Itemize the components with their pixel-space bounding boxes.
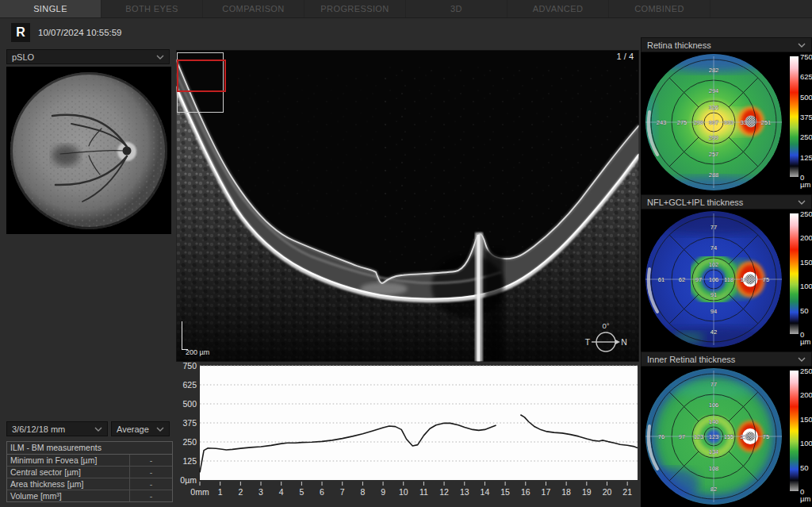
chart-xtick-label: 6 — [320, 487, 324, 497]
chevron-down-icon — [798, 357, 806, 362]
svg-text:0°: 0° — [602, 321, 609, 330]
eye-laterality-badge: R — [11, 23, 30, 42]
scale-tick-label: 200 — [800, 233, 812, 242]
sector-value: 76 — [658, 433, 665, 440]
etdrs-thickness-map[interactable]: 337326333299298294337257275282251288243 — [641, 52, 787, 194]
sector-value: 139 — [741, 276, 751, 283]
chart-ytick-label: 500 — [182, 399, 197, 409]
scale-tick-label: 100 — [800, 282, 812, 290]
chart-xtick-label: 13 — [460, 487, 469, 497]
scale-bar-label: 200 µm — [186, 348, 209, 356]
orientation-compass-icon: 0° T N — [584, 321, 628, 357]
panel-title: Inner Retinal thickness — [647, 355, 735, 364]
scale-tick-label: 375 — [800, 113, 812, 121]
chart-xtick-label: 14 — [481, 487, 490, 497]
sector-value: 337 — [741, 119, 751, 126]
measurement-row-area-thickness-m: Area thickness [µm]- — [7, 478, 172, 490]
sector-value: 337 — [709, 119, 719, 126]
scale-tick-label: 250 — [800, 133, 812, 141]
sector-value: 106 — [709, 276, 719, 283]
chevron-down-icon — [798, 43, 806, 48]
sector-value: 251 — [761, 119, 772, 126]
thickness-map-body: 1231401551341231062121089777758276 25020… — [641, 367, 812, 507]
panel-title: NFL+GCL+IPL thickness — [647, 198, 743, 207]
panel-retina-thickness: Retina thickness — [641, 37, 812, 193]
tab-3d[interactable]: 3D — [406, 0, 508, 17]
fundus-slo-image[interactable] — [6, 67, 171, 234]
sector-value: 106 — [709, 401, 719, 409]
scale-tick-label: 250 — [800, 209, 812, 218]
sector-value: 97 — [679, 433, 685, 440]
sector-value: 333 — [724, 119, 734, 126]
fundus-render — [6, 67, 171, 234]
chart-xtick-label: 20 — [603, 487, 612, 497]
sector-value: 75 — [763, 433, 769, 440]
tab-progression[interactable]: PROGRESSION — [304, 0, 406, 17]
panel-header-retina-thickness[interactable]: Retina thickness — [641, 37, 812, 52]
sector-value: 61 — [658, 276, 665, 283]
view-tab-bar: SINGLEBOTH EYESCOMPARISONPROGRESSION3DAD… — [0, 0, 812, 18]
sector-value: 275 — [677, 119, 688, 126]
chart-xtick-label: 4 — [279, 487, 284, 497]
sector-value: 294 — [709, 87, 719, 94]
sector-value: 94 — [710, 308, 717, 315]
tab-combined[interactable]: COMBINED — [609, 0, 710, 17]
tab-single[interactable]: SINGLE — [0, 0, 102, 17]
sector-value: 75 — [763, 276, 769, 283]
sector-value: 288 — [709, 171, 719, 179]
statistic-dropdown[interactable]: Average — [111, 421, 170, 436]
sector-value: 123 — [694, 433, 704, 440]
sector-value: 97 — [695, 276, 702, 283]
scale-tick-label: 200 — [800, 390, 812, 399]
sector-value: 42 — [710, 328, 717, 336]
scale-unit-label: µm — [800, 337, 810, 346]
chart-xtick-label: 21 — [622, 487, 632, 497]
chart-ytick-label: 250 — [182, 437, 197, 447]
sector-value: 326 — [709, 104, 719, 111]
scan-roi-box[interactable] — [177, 60, 226, 92]
scale-tick-label: 125 — [800, 153, 812, 162]
measurements-table-header: ILM - BM measurements — [7, 442, 172, 455]
tab-comparison[interactable]: COMPARISON — [203, 0, 304, 17]
measurement-value: - — [130, 467, 172, 478]
panel-title: Retina thickness — [647, 40, 711, 50]
chevron-down-icon — [156, 55, 164, 60]
chart-xtick-label: 0mm — [190, 487, 209, 497]
measurement-value: - — [130, 490, 172, 501]
oct-bscan-image[interactable]: 1 / 4 200 µm 0° T N — [176, 50, 639, 362]
chart-xtick-label: 19 — [582, 487, 592, 497]
etdrs-thickness-map[interactable]: 106102118919774139946277754261 — [641, 209, 787, 351]
measurement-label: Central sector [µm] — [7, 467, 130, 478]
measurement-label: Area thickness [µm] — [7, 478, 130, 490]
sector-value: 118 — [724, 276, 733, 283]
chart-ytick-label: 375 — [182, 418, 197, 428]
chart-xtick-label: 16 — [521, 487, 530, 497]
sector-value: 140 — [709, 418, 719, 425]
chart-xtick-label: 11 — [419, 487, 428, 497]
chart-ytick-label: 750 — [182, 363, 197, 371]
etdrs-grid-dropdown[interactable]: 3/6/12/18 mm — [6, 421, 108, 436]
chart-xtick-label: 18 — [561, 487, 571, 497]
panel-header-inner-retinal-thickness[interactable]: Inner Retinal thickness — [641, 351, 812, 367]
color-scale-bar — [790, 56, 799, 177]
chart-xtick-label: 17 — [542, 487, 551, 497]
chevron-down-icon — [798, 200, 806, 205]
thickness-profile-chart: 7506255003752501250µm0mm1234567891011121… — [176, 363, 639, 505]
measurement-label: Volume [mm³] — [7, 490, 130, 501]
etdrs-thickness-map[interactable]: 1231401551341231062121089777758276 — [641, 367, 787, 507]
chart-xtick-label: 8 — [360, 487, 365, 497]
sector-value: 155 — [724, 433, 734, 440]
panel-header-nfl-gcl-ipl-thickness[interactable]: NFL+GCL+IPL thickness — [641, 194, 812, 209]
slo-source-dropdown[interactable]: pSLO — [6, 49, 170, 64]
chart-xtick-label: 12 — [439, 487, 449, 497]
scale-tick-label: 50 — [800, 306, 812, 315]
tab-both-eyes[interactable]: BOTH EYES — [102, 0, 203, 17]
etdrs-grid-value: 3/6/12/18 mm — [12, 424, 65, 434]
tab-advanced[interactable]: ADVANCED — [508, 0, 609, 17]
measurements-table: ILM - BM measurements Minimum in Fovea [… — [6, 441, 173, 502]
svg-text:T: T — [585, 337, 591, 347]
sector-value: 257 — [709, 151, 719, 158]
sector-value: 82 — [710, 486, 717, 493]
sector-value: 77 — [710, 224, 717, 231]
sector-value: 243 — [657, 119, 667, 126]
